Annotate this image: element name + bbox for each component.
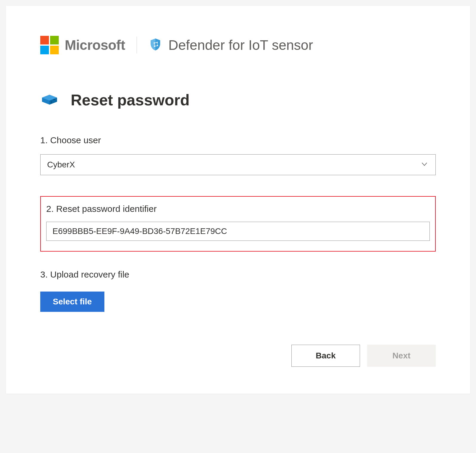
- step-2-label: 2. Reset password identifier: [46, 204, 430, 214]
- title-row: Reset password: [40, 90, 436, 110]
- svg-point-8: [53, 99, 55, 100]
- reset-identifier-input[interactable]: [46, 222, 430, 241]
- back-button[interactable]: Back: [291, 345, 360, 367]
- next-button: Next: [367, 345, 436, 367]
- select-file-button[interactable]: Select file: [40, 292, 104, 312]
- reset-password-card: Microsoft Defender for IoT sensor: [6, 6, 470, 394]
- step-1: 1. Choose user CyberX: [40, 135, 436, 175]
- page-title: Reset password: [71, 91, 190, 109]
- step-1-label: 1. Choose user: [40, 135, 436, 145]
- step-3-label: 3. Upload recovery file: [40, 269, 436, 280]
- footer-buttons: Back Next: [40, 345, 436, 367]
- company-name: Microsoft: [65, 37, 125, 53]
- user-select-value: CyberX: [40, 154, 436, 175]
- step-2-highlight: 2. Reset password identifier: [40, 196, 436, 252]
- header-divider: [137, 37, 137, 53]
- sensor-device-icon: [40, 90, 59, 110]
- microsoft-logo-icon: [40, 36, 59, 54]
- product-name: Defender for IoT sensor: [169, 37, 313, 53]
- shield-icon: [148, 37, 163, 53]
- header: Microsoft Defender for IoT sensor: [40, 36, 436, 54]
- step-3: 3. Upload recovery file Select file: [40, 269, 436, 312]
- user-select[interactable]: CyberX: [40, 154, 436, 175]
